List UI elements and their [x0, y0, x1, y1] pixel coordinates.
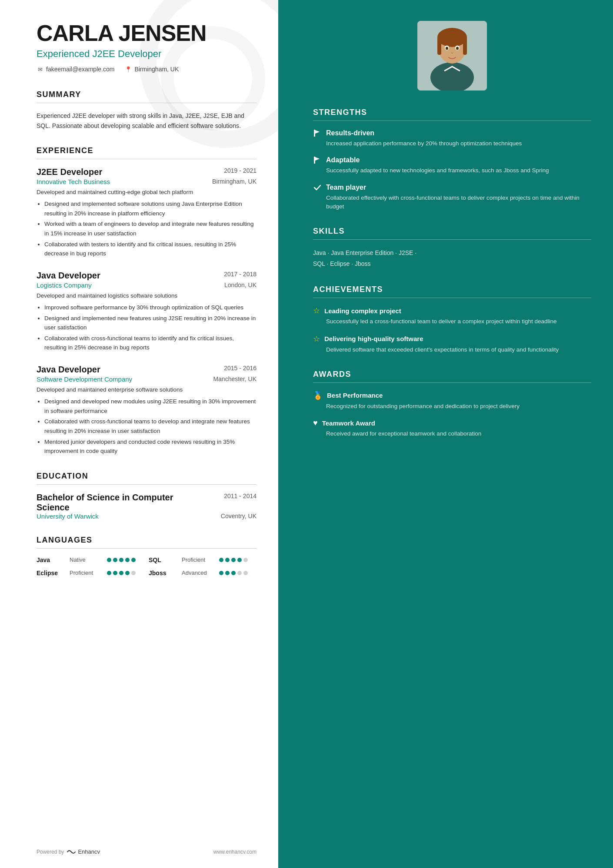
star-icon-1: ☆	[313, 306, 320, 315]
right-column: STRENGTHS Results-driven Increased appli…	[278, 0, 613, 868]
achievement-2-desc: Delivered software that exceeded client'…	[313, 345, 591, 354]
exp-bullets-1: Designed and implemented software soluti…	[37, 199, 257, 258]
exp-company-3: Software Development Company	[37, 375, 132, 383]
lang-jboss: Jboss Advanced	[149, 570, 257, 576]
dot	[225, 571, 230, 575]
lang-java: Java Native	[37, 556, 144, 563]
lang-jboss-name: Jboss	[149, 570, 178, 576]
dot	[119, 558, 123, 562]
photo-area	[313, 21, 591, 90]
award-2: ♥ Teamwork Award Received award for exce…	[313, 419, 591, 438]
achievement-2-header: ☆ Delivering high-quality software	[313, 334, 591, 344]
experience-title: EXPERIENCE	[37, 146, 257, 159]
exp-dates-1: 2019 - 2021	[224, 167, 257, 174]
email-text: fakeemail@example.com	[46, 66, 114, 73]
strength-adaptable-desc: Successfully adapted to new technologies…	[313, 166, 591, 175]
svg-point-9	[456, 47, 459, 50]
bullet-1-2: Worked with a team of engineers to devel…	[44, 219, 257, 238]
awards-title: AWARDS	[313, 370, 591, 383]
job-title-1: J2EE Developer	[37, 167, 102, 177]
location-icon: 📍	[125, 66, 132, 73]
strength-team-name: Team player	[326, 184, 366, 191]
enhancv-brand: Enhancv	[78, 848, 100, 855]
dot	[131, 571, 136, 575]
edu-header-1: Bachelor of Science in Computer Science …	[37, 493, 257, 513]
dot	[231, 571, 236, 575]
dot	[219, 571, 223, 575]
footer-website: www.enhancv.com	[213, 849, 257, 855]
dot	[107, 571, 111, 575]
strength-team-header: Team player	[313, 183, 591, 192]
achievement-2-name: Delivering high-quality software	[324, 335, 423, 342]
strength-adaptable: Adaptable Successfully adapted to new te…	[313, 156, 591, 175]
lang-jboss-level: Advanced	[182, 570, 216, 576]
languages-title: LANGUAGES	[37, 536, 257, 549]
medal-icon: 🏅	[313, 391, 323, 400]
bullet-2-2: Designed and implemented new features us…	[44, 314, 257, 332]
flag-icon-1	[313, 129, 322, 137]
exp-sub-3: Software Development Company Manchester,…	[37, 375, 257, 383]
job-title-2: Java Developer	[37, 271, 100, 281]
exp-header-1: J2EE Developer 2019 - 2021	[37, 167, 257, 177]
skills-title: SKILLS	[313, 227, 591, 240]
exp-sub-1: Innovative Tech Business Birmingham, UK	[37, 178, 257, 185]
strengths-title: STRENGTHS	[313, 108, 591, 121]
exp-item-3: Java Developer 2015 - 2016 Software Deve…	[37, 365, 257, 456]
skills-section: SKILLS Java · Java Enterprise Edition · …	[313, 227, 591, 269]
exp-location-1: Birmingham, UK	[212, 178, 257, 185]
strength-results-name: Results-driven	[326, 129, 374, 137]
lang-eclipse-level: Proficient	[70, 570, 103, 576]
lang-java-level: Native	[70, 556, 103, 563]
exp-company-1: Innovative Tech Business	[37, 178, 110, 185]
bullet-2-3: Collaborated with cross-functional teams…	[44, 334, 257, 352]
strength-team: Team player Collaborated effectively wit…	[313, 183, 591, 211]
bullet-1-1: Designed and implemented software soluti…	[44, 199, 257, 218]
dot	[237, 558, 242, 562]
candidate-photo	[417, 21, 487, 90]
strength-results-desc: Increased application performance by 20%…	[313, 139, 591, 148]
bullet-2-1: Improved software performance by 30% thr…	[44, 303, 257, 312]
check-icon	[313, 183, 322, 192]
exp-location-3: Manchester, UK	[213, 375, 257, 383]
strength-team-desc: Collaborated effectively with cross-func…	[313, 194, 591, 211]
education-section: EDUCATION Bachelor of Science in Compute…	[37, 472, 257, 520]
left-column: CARLA JENSEN Experienced J2EE Developer …	[0, 0, 278, 868]
bullet-3-1: Designed and developed new modules using…	[44, 397, 257, 416]
exp-bullets-2: Improved software performance by 30% thr…	[37, 303, 257, 352]
candidate-title: Experienced J2EE Developer	[37, 48, 257, 60]
dot	[231, 558, 236, 562]
exp-bullets-3: Designed and developed new modules using…	[37, 397, 257, 456]
strength-results-header: Results-driven	[313, 129, 591, 137]
award-1-header: 🏅 Best Performance	[313, 391, 591, 400]
candidate-name: CARLA JENSEN	[37, 21, 257, 46]
award-1: 🏅 Best Performance Recognized for outsta…	[313, 391, 591, 411]
summary-text: Experienced J2EE developer with strong s…	[37, 111, 257, 131]
languages-section: LANGUAGES Java Native SQL	[37, 536, 257, 576]
footer: Powered by Enhancv www.enhancv.com	[37, 848, 257, 855]
bullet-1-3: Collaborated with testers to identify an…	[44, 240, 257, 258]
exp-desc-3: Developed and maintained enterprise soft…	[37, 385, 257, 394]
award-1-name: Best Performance	[327, 392, 383, 399]
award-2-desc: Received award for exceptional teamwork …	[313, 429, 591, 438]
lang-sql: SQL Proficient	[149, 556, 257, 563]
contact-info: ✉ fakeemail@example.com 📍 Birmingham, UK	[37, 66, 257, 73]
summary-title: SUMMARY	[37, 90, 257, 103]
edu-dates-1: 2011 - 2014	[224, 493, 257, 513]
lang-sql-name: SQL	[149, 556, 178, 563]
svg-marker-13	[315, 157, 320, 161]
skills-line2: SQL · Eclipse · Jboss	[313, 258, 591, 269]
lang-jboss-dots	[219, 571, 248, 575]
dot	[125, 571, 130, 575]
star-icon-2: ☆	[313, 334, 320, 344]
achievement-1-header: ☆ Leading complex project	[313, 306, 591, 315]
job-title-3: Java Developer	[37, 365, 100, 375]
svg-rect-4	[437, 37, 441, 55]
dot	[243, 558, 248, 562]
lang-eclipse-dots	[107, 571, 136, 575]
svg-point-3	[437, 28, 467, 47]
dot	[131, 558, 136, 562]
exp-sub-2: Logistics Company London, UK	[37, 282, 257, 289]
bullet-3-3: Mentored junior developers and conducted…	[44, 437, 257, 456]
svg-point-8	[446, 47, 448, 50]
photo-svg	[417, 21, 487, 90]
